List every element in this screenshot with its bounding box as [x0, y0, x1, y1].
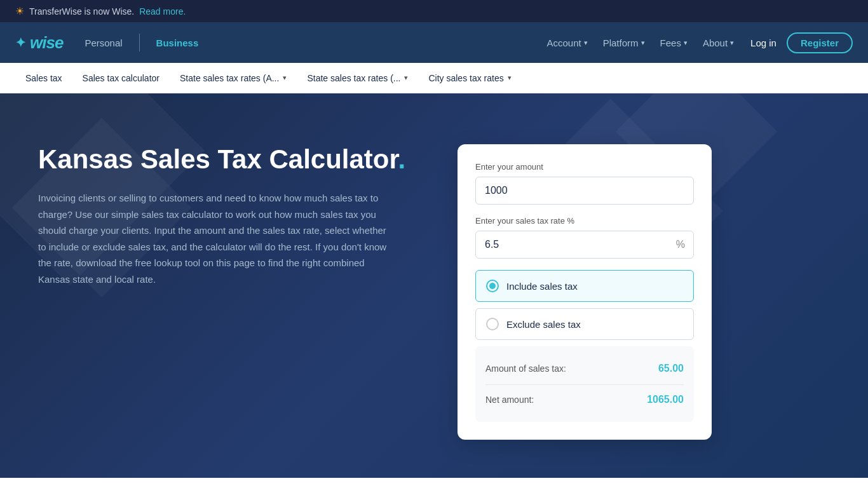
logo[interactable]: ✦ wise: [15, 33, 63, 53]
calculator-card: Enter your amount Enter your sales tax r…: [458, 144, 712, 440]
title-dot: .: [398, 144, 406, 174]
main-nav: ✦ wise Personal Business Account ▾ Platf…: [0, 22, 868, 63]
amount-label: Enter your amount: [475, 162, 694, 172]
include-tax-label: Include sales tax: [506, 281, 578, 292]
nav-about[interactable]: About ▾: [696, 37, 740, 48]
register-button[interactable]: Register: [787, 32, 853, 53]
city-rates-chevron-icon: ▾: [508, 74, 512, 82]
top-banner: ☀ TransferWise is now Wise. Read more.: [0, 0, 868, 22]
sub-nav: Sales tax Sales tax calculator State sal…: [0, 63, 868, 93]
state-rates-b-chevron-icon: ▾: [404, 74, 408, 82]
tax-amount-value: 65.00: [658, 363, 684, 374]
hero-content: Kansas Sales Tax Calculator. Invoicing c…: [38, 144, 432, 287]
sub-nav-state-rates-a[interactable]: State sales tax rates (A... ▾: [170, 63, 297, 93]
tax-amount-row: Amount of sales tax: 65.00: [485, 359, 684, 378]
login-button[interactable]: Log in: [743, 37, 784, 48]
net-amount-value: 1065.00: [647, 394, 684, 405]
exclude-radio-circle: [486, 318, 499, 330]
sub-nav-sales-tax-calculator[interactable]: Sales tax calculator: [72, 63, 170, 93]
nav-account[interactable]: Account ▾: [540, 37, 593, 48]
save-section: Save with Wise when invoicing clients: [0, 478, 868, 488]
amount-input[interactable]: [475, 177, 694, 205]
fees-chevron-icon: ▾: [684, 39, 688, 47]
sun-icon: ☀: [15, 5, 24, 17]
hero-section: Kansas Sales Tax Calculator. Invoicing c…: [0, 93, 868, 478]
platform-chevron-icon: ▾: [641, 39, 645, 47]
state-rates-a-chevron-icon: ▾: [283, 74, 287, 82]
sub-nav-city-rates[interactable]: City sales tax rates ▾: [418, 63, 521, 93]
hero-description: Invoicing clients or selling to customer…: [38, 190, 394, 287]
hero-title: Kansas Sales Tax Calculator.: [38, 144, 432, 175]
nav-platform[interactable]: Platform ▾: [597, 37, 651, 48]
banner-link[interactable]: Read more.: [139, 6, 186, 17]
nav-fees[interactable]: Fees ▾: [654, 37, 694, 48]
rate-input[interactable]: [475, 231, 694, 259]
include-radio-circle: [486, 280, 499, 292]
nav-business[interactable]: Business: [150, 37, 205, 48]
nav-personal[interactable]: Personal: [78, 37, 128, 48]
net-amount-label: Net amount:: [485, 395, 534, 405]
banner-text: TransferWise is now Wise.: [29, 6, 134, 17]
tax-amount-label: Amount of sales tax:: [485, 363, 566, 374]
about-chevron-icon: ▾: [730, 39, 734, 47]
sub-nav-state-rates-b[interactable]: State sales tax rates (... ▾: [297, 63, 418, 93]
percent-symbol: %: [676, 239, 685, 250]
logo-text: wise: [30, 33, 63, 53]
rate-label: Enter your sales tax rate %: [475, 216, 694, 226]
nav-divider: [139, 34, 140, 51]
net-amount-row: Net amount: 1065.00: [485, 384, 684, 409]
nav-right: Account ▾ Platform ▾ Fees ▾ About ▾ Log …: [540, 32, 853, 53]
account-chevron-icon: ▾: [584, 39, 588, 47]
include-radio-inner: [489, 283, 496, 289]
logo-icon: ✦: [15, 35, 26, 50]
rate-input-wrap: %: [475, 231, 694, 259]
exclude-tax-label: Exclude sales tax: [506, 319, 581, 330]
exclude-tax-option[interactable]: Exclude sales tax: [475, 308, 694, 340]
sub-nav-sales-tax[interactable]: Sales tax: [15, 63, 72, 93]
include-tax-option[interactable]: Include sales tax: [475, 270, 694, 302]
calc-results: Amount of sales tax: 65.00 Net amount: 1…: [475, 346, 694, 422]
